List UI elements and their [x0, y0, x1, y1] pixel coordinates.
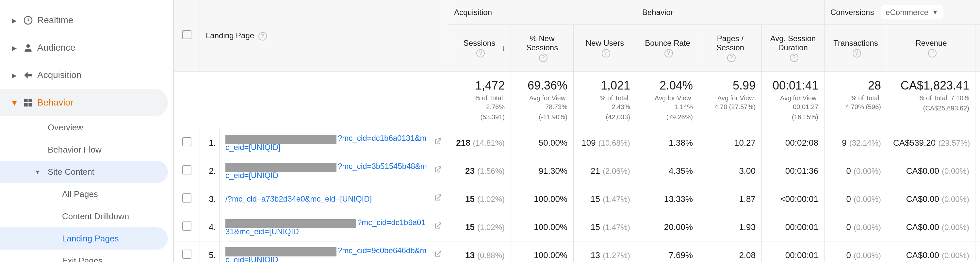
external-link-icon[interactable]: [433, 138, 442, 148]
cell-sessions: 218(14.81%): [448, 129, 511, 157]
row-select-cell: [174, 157, 200, 185]
nav-overview[interactable]: Overview: [0, 116, 173, 138]
cell-bounce-rate: 1.38%: [636, 129, 699, 157]
help-icon[interactable]: ?: [258, 32, 267, 41]
acquisition-icon: [19, 70, 37, 80]
cell-transactions: 0(0.00%): [824, 213, 887, 241]
col-ecommerce-cr[interactable]: Ecommerce Conversion Rate?: [975, 25, 980, 71]
cell-transactions: 0(0.00%): [824, 157, 887, 185]
cell-new-users: 15(1.47%): [574, 213, 636, 241]
help-icon[interactable]: ?: [476, 49, 485, 57]
col-new-users[interactable]: New Users?: [574, 25, 636, 71]
cell-pps: 1.87: [699, 185, 762, 213]
report-table: Landing Page ? Acquisition Behavior Conv…: [173, 0, 980, 262]
select-all-checkbox[interactable]: [182, 30, 191, 39]
nav-behavior-label: Behavior: [37, 97, 73, 108]
help-icon[interactable]: ?: [539, 54, 547, 62]
cell-bounce-rate: 13.33%: [636, 185, 699, 213]
dimension-header[interactable]: Landing Page ?: [200, 0, 448, 71]
group-behavior: Behavior: [636, 0, 824, 25]
landing-page-link[interactable]: ?mc_cid=3b51545b48&mc_eid=[UNIQID: [225, 162, 428, 180]
nav-behavior-flow[interactable]: Behavior Flow: [0, 138, 173, 161]
row-checkbox[interactable]: [182, 194, 191, 203]
chevron-right-icon: ▸: [10, 43, 19, 53]
external-link-icon[interactable]: [433, 166, 442, 176]
summary-pps: 5.99Avg for View: 4.70 (27.57%): [699, 71, 762, 129]
col-revenue[interactable]: Revenue?: [887, 25, 975, 71]
landing-page-link[interactable]: ?mc_cid=dc1b6a0131&mc_eid=[UNIQID: [225, 218, 428, 236]
cell-pct-new-sessions: 100.00%: [511, 241, 574, 262]
nav-acquisition-label: Acquisition: [37, 70, 81, 80]
svg-rect-3: [29, 98, 32, 102]
cell-duration: 00:02:08: [762, 129, 824, 157]
cell-new-users: 15(1.47%): [574, 185, 636, 213]
row-select-cell: [174, 213, 200, 241]
nav-behavior[interactable]: ▾ Behavior: [0, 89, 168, 116]
row-index: 1.: [200, 129, 220, 157]
svg-rect-5: [29, 103, 32, 106]
col-pct-new-sessions[interactable]: % New Sessions?: [511, 25, 574, 71]
landing-page-link[interactable]: ?mc_cid=dc1b6a0131&mc_eid=[UNIQID]: [225, 133, 428, 152]
row-checkbox[interactable]: [182, 137, 191, 146]
cell-sessions: 23(1.56%): [448, 157, 511, 185]
cell-ecr: 0.00%: [975, 157, 980, 185]
help-icon[interactable]: ?: [602, 49, 610, 57]
help-icon[interactable]: ?: [853, 49, 861, 57]
row-checkbox[interactable]: [182, 165, 191, 175]
help-icon[interactable]: ?: [665, 49, 673, 57]
nav-site-content[interactable]: Site Content: [0, 161, 168, 183]
row-checkbox[interactable]: [182, 221, 191, 231]
help-icon[interactable]: ?: [928, 49, 937, 57]
landing-page-cell: /?mc_cid=a73b2d34e0&mc_eid=[UNIQID]: [220, 185, 448, 213]
row-select-cell: [174, 129, 200, 157]
row-checkbox[interactable]: [182, 249, 191, 259]
landing-page-link[interactable]: /?mc_cid=a73b2d34e0&mc_eid=[UNIQID]: [225, 194, 428, 203]
chevron-right-icon: ▸: [10, 70, 19, 81]
col-transactions[interactable]: Transactions?: [824, 25, 887, 71]
cell-revenue: CA$0.00(0.00%): [887, 185, 975, 213]
svg-point-1: [27, 44, 30, 48]
behavior-icon: [19, 97, 37, 108]
landing-page-cell: ?mc_cid=3b51545b48&mc_eid=[UNIQID: [220, 157, 448, 185]
cell-duration: 00:00:01: [762, 213, 824, 241]
cell-pps: 2.08: [699, 241, 762, 262]
col-bounce-rate[interactable]: Bounce Rate?: [636, 25, 699, 71]
external-link-icon[interactable]: [433, 194, 442, 205]
nav-acquisition[interactable]: ▸ Acquisition: [0, 62, 173, 89]
cell-ecr: 0.00%: [975, 241, 980, 262]
external-link-icon[interactable]: [433, 250, 442, 261]
landing-page-cell: ?mc_cid=dc1b6a0131&mc_eid=[UNIQID: [220, 213, 448, 241]
nav-realtime[interactable]: ▸ Realtime: [0, 6, 173, 34]
nav-exit-pages[interactable]: Exit Pages: [0, 249, 173, 262]
cell-bounce-rate: 7.69%: [636, 241, 699, 262]
nav-audience-label: Audience: [37, 43, 75, 53]
cell-pct-new-sessions: 50.00%: [511, 129, 574, 157]
col-avg-session-duration[interactable]: Avg. Session Duration?: [762, 25, 824, 71]
clock-icon: [19, 15, 37, 25]
nav-content-drilldown[interactable]: Content Drilldown: [0, 205, 173, 227]
summary-pct-new-sessions: 69.36%Avg for View: 78.73%(-11.90%): [511, 71, 574, 129]
cell-transactions: 0(0.00%): [824, 185, 887, 213]
col-sessions[interactable]: Sessions ? ↓: [448, 25, 511, 71]
cell-pct-new-sessions: 100.00%: [511, 213, 574, 241]
nav-all-pages[interactable]: All Pages: [0, 183, 173, 205]
row-index: 3.: [200, 185, 220, 213]
table-row: 2. ?mc_cid=3b51545b48&mc_eid=[UNIQID 23(…: [174, 157, 980, 185]
summary-sessions: 1,472% of Total: 2.76%(53,391): [448, 71, 511, 129]
summary-revenue: CA$1,823.41% of Total: 7.10%(CA$25,693.6…: [887, 71, 975, 129]
nav-audience[interactable]: ▸ Audience: [0, 34, 173, 62]
nav-realtime-label: Realtime: [37, 15, 73, 25]
row-index: 4.: [200, 213, 220, 241]
conversions-select[interactable]: eCommerce ▼: [881, 5, 943, 20]
landing-page-link[interactable]: ?mc_cid=9c0be646db&mc_eid=[UNIQID: [225, 246, 428, 262]
cell-transactions: 0(0.00%): [824, 241, 887, 262]
chevron-down-icon: ▼: [932, 9, 938, 16]
help-icon[interactable]: ?: [790, 54, 799, 62]
help-icon[interactable]: ?: [727, 54, 736, 62]
chevron-right-icon: ▸: [10, 15, 19, 26]
external-link-icon[interactable]: [433, 222, 442, 233]
table-row: 3. /?mc_cid=a73b2d34e0&mc_eid=[UNIQID] 1…: [174, 185, 980, 213]
nav-landing-pages[interactable]: Landing Pages: [0, 227, 168, 249]
col-pages-per-session[interactable]: Pages / Session?: [699, 25, 762, 71]
cell-revenue: CA$539.20(29.57%): [887, 129, 975, 157]
